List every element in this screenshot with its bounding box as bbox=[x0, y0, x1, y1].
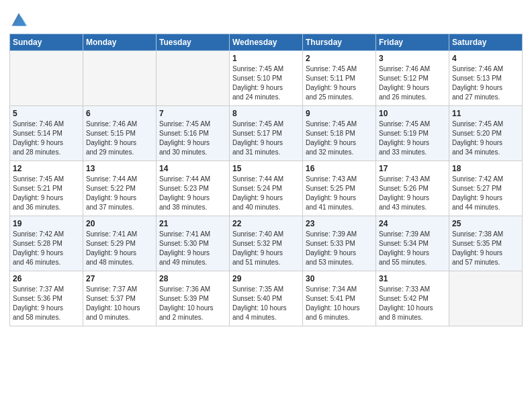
day-number: 9 bbox=[306, 109, 373, 118]
calendar-cell: 29Sunrise: 7:35 AM Sunset: 5:40 PM Dayli… bbox=[230, 271, 303, 326]
weekday-header-thursday: Thursday bbox=[303, 34, 376, 51]
day-number: 18 bbox=[452, 164, 519, 173]
day-number: 12 bbox=[13, 164, 80, 173]
calendar-cell bbox=[449, 271, 523, 326]
day-info: Sunrise: 7:43 AM Sunset: 5:25 PM Dayligh… bbox=[306, 175, 373, 212]
day-info: Sunrise: 7:37 AM Sunset: 5:37 PM Dayligh… bbox=[86, 285, 153, 322]
weekday-header-friday: Friday bbox=[376, 34, 449, 51]
day-number: 1 bbox=[232, 54, 300, 63]
day-info: Sunrise: 7:45 AM Sunset: 5:16 PM Dayligh… bbox=[159, 120, 226, 157]
calendar-cell: 14Sunrise: 7:44 AM Sunset: 5:23 PM Dayli… bbox=[157, 161, 230, 216]
calendar-cell: 21Sunrise: 7:41 AM Sunset: 5:30 PM Dayli… bbox=[157, 216, 230, 271]
header bbox=[9, 7, 523, 28]
calendar-week-row: 12Sunrise: 7:45 AM Sunset: 5:21 PM Dayli… bbox=[10, 161, 523, 216]
calendar-cell: 25Sunrise: 7:38 AM Sunset: 5:35 PM Dayli… bbox=[449, 216, 523, 271]
day-info: Sunrise: 7:34 AM Sunset: 5:41 PM Dayligh… bbox=[306, 285, 373, 322]
day-number: 25 bbox=[452, 219, 519, 228]
day-number: 22 bbox=[232, 219, 300, 228]
day-info: Sunrise: 7:46 AM Sunset: 5:12 PM Dayligh… bbox=[379, 64, 446, 102]
day-number: 5 bbox=[13, 109, 80, 118]
day-number: 23 bbox=[306, 219, 373, 228]
calendar-week-row: 19Sunrise: 7:42 AM Sunset: 5:28 PM Dayli… bbox=[10, 216, 523, 271]
day-number: 30 bbox=[306, 274, 373, 283]
page: SundayMondayTuesdayWednesdayThursdayFrid… bbox=[0, 0, 532, 411]
day-info: Sunrise: 7:39 AM Sunset: 5:34 PM Dayligh… bbox=[379, 230, 446, 267]
weekday-header-wednesday: Wednesday bbox=[230, 34, 303, 51]
calendar-cell: 18Sunrise: 7:42 AM Sunset: 5:27 PM Dayli… bbox=[449, 161, 523, 216]
day-info: Sunrise: 7:44 AM Sunset: 5:23 PM Dayligh… bbox=[159, 175, 226, 212]
calendar-cell: 10Sunrise: 7:45 AM Sunset: 5:19 PM Dayli… bbox=[376, 106, 449, 161]
day-info: Sunrise: 7:35 AM Sunset: 5:40 PM Dayligh… bbox=[232, 285, 300, 322]
calendar-cell: 13Sunrise: 7:44 AM Sunset: 5:22 PM Dayli… bbox=[83, 161, 157, 216]
day-info: Sunrise: 7:39 AM Sunset: 5:33 PM Dayligh… bbox=[306, 230, 373, 267]
day-number: 11 bbox=[452, 109, 519, 118]
day-number: 19 bbox=[13, 219, 80, 228]
calendar-cell bbox=[10, 51, 83, 106]
day-number: 7 bbox=[159, 109, 226, 118]
day-info: Sunrise: 7:38 AM Sunset: 5:35 PM Dayligh… bbox=[452, 230, 519, 267]
calendar-cell: 20Sunrise: 7:41 AM Sunset: 5:29 PM Dayli… bbox=[83, 216, 157, 271]
day-info: Sunrise: 7:45 AM Sunset: 5:20 PM Dayligh… bbox=[452, 120, 519, 157]
weekday-header-row: SundayMondayTuesdayWednesdayThursdayFrid… bbox=[10, 34, 523, 51]
calendar-cell: 4Sunrise: 7:46 AM Sunset: 5:13 PM Daylig… bbox=[449, 51, 523, 106]
day-info: Sunrise: 7:41 AM Sunset: 5:29 PM Dayligh… bbox=[86, 230, 153, 267]
day-info: Sunrise: 7:40 AM Sunset: 5:32 PM Dayligh… bbox=[232, 230, 300, 267]
day-info: Sunrise: 7:42 AM Sunset: 5:28 PM Dayligh… bbox=[13, 230, 80, 267]
calendar-table: SundayMondayTuesdayWednesdayThursdayFrid… bbox=[9, 34, 523, 326]
calendar-week-row: 1Sunrise: 7:45 AM Sunset: 5:10 PM Daylig… bbox=[10, 51, 523, 106]
calendar-cell: 17Sunrise: 7:43 AM Sunset: 5:26 PM Dayli… bbox=[376, 161, 449, 216]
day-number: 31 bbox=[379, 274, 446, 283]
calendar-cell: 6Sunrise: 7:46 AM Sunset: 5:15 PM Daylig… bbox=[83, 106, 157, 161]
calendar-cell: 24Sunrise: 7:39 AM Sunset: 5:34 PM Dayli… bbox=[376, 216, 449, 271]
calendar-cell: 11Sunrise: 7:45 AM Sunset: 5:20 PM Dayli… bbox=[449, 106, 523, 161]
weekday-header-saturday: Saturday bbox=[449, 34, 523, 51]
calendar-cell: 31Sunrise: 7:33 AM Sunset: 5:42 PM Dayli… bbox=[376, 271, 449, 326]
day-number: 20 bbox=[86, 219, 153, 228]
day-number: 4 bbox=[452, 54, 519, 63]
day-info: Sunrise: 7:41 AM Sunset: 5:30 PM Dayligh… bbox=[159, 230, 226, 267]
logo bbox=[9, 9, 30, 28]
calendar-cell: 16Sunrise: 7:43 AM Sunset: 5:25 PM Dayli… bbox=[303, 161, 376, 216]
calendar-cell: 2Sunrise: 7:45 AM Sunset: 5:11 PM Daylig… bbox=[303, 51, 376, 106]
calendar-cell: 3Sunrise: 7:46 AM Sunset: 5:12 PM Daylig… bbox=[376, 51, 449, 106]
day-info: Sunrise: 7:44 AM Sunset: 5:22 PM Dayligh… bbox=[86, 175, 153, 212]
calendar-cell: 15Sunrise: 7:44 AM Sunset: 5:24 PM Dayli… bbox=[230, 161, 303, 216]
day-number: 8 bbox=[232, 109, 300, 118]
day-number: 24 bbox=[379, 219, 446, 228]
calendar-cell bbox=[83, 51, 157, 106]
calendar-week-row: 5Sunrise: 7:46 AM Sunset: 5:14 PM Daylig… bbox=[10, 106, 523, 161]
day-number: 6 bbox=[86, 109, 153, 118]
day-number: 13 bbox=[86, 164, 153, 173]
day-info: Sunrise: 7:44 AM Sunset: 5:24 PM Dayligh… bbox=[232, 175, 300, 212]
day-info: Sunrise: 7:33 AM Sunset: 5:42 PM Dayligh… bbox=[379, 285, 446, 322]
calendar-cell: 12Sunrise: 7:45 AM Sunset: 5:21 PM Dayli… bbox=[10, 161, 83, 216]
day-number: 27 bbox=[86, 274, 153, 283]
logo-icon bbox=[9, 9, 28, 28]
day-number: 16 bbox=[306, 164, 373, 173]
calendar-cell: 28Sunrise: 7:36 AM Sunset: 5:39 PM Dayli… bbox=[157, 271, 230, 326]
weekday-header-sunday: Sunday bbox=[10, 34, 83, 51]
day-info: Sunrise: 7:42 AM Sunset: 5:27 PM Dayligh… bbox=[452, 175, 519, 212]
day-number: 14 bbox=[159, 164, 226, 173]
calendar-cell: 30Sunrise: 7:34 AM Sunset: 5:41 PM Dayli… bbox=[303, 271, 376, 326]
day-info: Sunrise: 7:45 AM Sunset: 5:10 PM Dayligh… bbox=[232, 64, 300, 102]
day-number: 2 bbox=[306, 54, 373, 63]
calendar-cell: 7Sunrise: 7:45 AM Sunset: 5:16 PM Daylig… bbox=[157, 106, 230, 161]
calendar-cell: 26Sunrise: 7:37 AM Sunset: 5:36 PM Dayli… bbox=[10, 271, 83, 326]
weekday-header-monday: Monday bbox=[83, 34, 157, 51]
calendar-cell: 1Sunrise: 7:45 AM Sunset: 5:10 PM Daylig… bbox=[230, 51, 303, 106]
calendar-cell: 27Sunrise: 7:37 AM Sunset: 5:37 PM Dayli… bbox=[83, 271, 157, 326]
day-info: Sunrise: 7:45 AM Sunset: 5:19 PM Dayligh… bbox=[379, 120, 446, 157]
calendar-cell bbox=[157, 51, 230, 106]
day-info: Sunrise: 7:45 AM Sunset: 5:11 PM Dayligh… bbox=[306, 64, 373, 102]
calendar-cell: 8Sunrise: 7:45 AM Sunset: 5:17 PM Daylig… bbox=[230, 106, 303, 161]
day-number: 17 bbox=[379, 164, 446, 173]
day-info: Sunrise: 7:43 AM Sunset: 5:26 PM Dayligh… bbox=[379, 175, 446, 212]
day-info: Sunrise: 7:45 AM Sunset: 5:18 PM Dayligh… bbox=[306, 120, 373, 157]
day-info: Sunrise: 7:37 AM Sunset: 5:36 PM Dayligh… bbox=[13, 285, 80, 322]
day-number: 29 bbox=[232, 274, 300, 283]
day-number: 10 bbox=[379, 109, 446, 118]
day-info: Sunrise: 7:45 AM Sunset: 5:21 PM Dayligh… bbox=[13, 175, 80, 212]
calendar-cell: 22Sunrise: 7:40 AM Sunset: 5:32 PM Dayli… bbox=[230, 216, 303, 271]
calendar-cell: 23Sunrise: 7:39 AM Sunset: 5:33 PM Dayli… bbox=[303, 216, 376, 271]
